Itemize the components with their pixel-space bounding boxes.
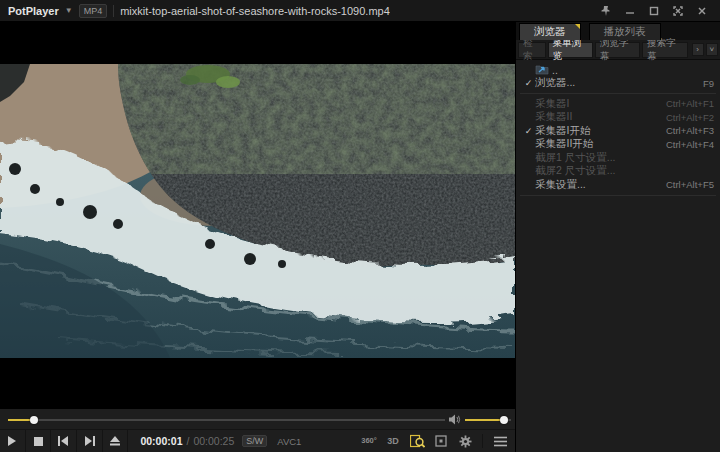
check-icon: ✓ (522, 126, 535, 136)
skip-back-icon (58, 436, 69, 446)
screen-select-icon (435, 435, 447, 447)
current-time: 00:00:01 (140, 435, 182, 447)
pin-icon[interactable] (596, 2, 616, 20)
settings-button[interactable] (455, 432, 475, 450)
title-bar: PotPlayer ▼ MP4 mixkit-top-aerial-shot-o… (0, 0, 720, 22)
tab-playlist-label: 播放列表 (604, 25, 646, 39)
menu-separator (520, 93, 716, 94)
video-display[interactable] (0, 22, 515, 408)
volume-thumb[interactable] (500, 416, 508, 424)
menu-item-label: 采集器II (535, 110, 666, 124)
decoder-badge: S/W (242, 435, 267, 447)
volume-group (449, 409, 511, 430)
menu-item-capture-device-1[interactable]: 采集器I Ctrl+Alt+F1 (516, 97, 720, 111)
menu-item-label: 截屏2 尺寸设置... (535, 164, 714, 178)
panel-tabs: 浏览器 播放列表 (516, 22, 720, 40)
menu-item-capture-1-start[interactable]: ✓ 采集器I开始 Ctrl+Alt+F3 (516, 124, 720, 138)
maximize-button[interactable] (644, 2, 664, 20)
eject-icon (110, 436, 120, 446)
seek-thumb[interactable] (30, 416, 38, 424)
3d-mode-button[interactable]: 3D (383, 432, 403, 450)
potplayer-window: PotPlayer ▼ MP4 mixkit-top-aerial-shot-o… (0, 0, 720, 452)
control-panel-menu-button[interactable] (490, 432, 510, 450)
menu-shortcut: Ctrl+Alt+F1 (666, 98, 714, 109)
codec-label: AVC1 (277, 436, 301, 447)
chevron-down-icon[interactable]: ▼ (65, 6, 73, 15)
divider (113, 5, 114, 17)
playback-controls: 00:00:01 / 00:00:25 S/W AVC1 360° 3D (0, 408, 515, 452)
gear-icon (459, 435, 472, 448)
menu-item-capture-settings[interactable]: 采集设置... Ctrl+Alt+F5 (516, 178, 720, 192)
close-button[interactable] (692, 2, 712, 20)
menu-item-label: 采集设置... (535, 178, 666, 192)
window-controls (596, 2, 720, 20)
seek-bar[interactable] (8, 419, 445, 421)
play-button[interactable] (0, 430, 26, 452)
3d-icon: 3D (387, 437, 399, 446)
stop-icon (34, 437, 43, 446)
open-file-button[interactable] (103, 430, 129, 452)
button-row: 00:00:01 / 00:00:25 S/W AVC1 360° 3D (0, 430, 515, 452)
hamburger-icon (494, 436, 507, 447)
menu-item-label: 采集器II开始 (535, 137, 666, 151)
skip-forward-icon (84, 436, 95, 446)
duration: 00:00:25 (193, 435, 234, 447)
browser-subtabs: 检索 菜单浏览 浏览字幕 搜索字幕 › ˅ (516, 40, 720, 60)
play-icon (7, 436, 17, 446)
browser-toggle-button[interactable] (407, 432, 427, 450)
menu-item-screen1-size[interactable]: 截屏1 尺寸设置... (516, 151, 720, 165)
format-badge: MP4 (79, 4, 108, 18)
video-frame-aerial-seashore (0, 64, 515, 358)
fullscreen-button[interactable] (668, 2, 688, 20)
tab-browser[interactable]: 浏览器 (519, 23, 581, 40)
menu-item-label: .. (552, 64, 714, 76)
stop-button[interactable] (26, 430, 52, 452)
menu-shortcut: Ctrl+Alt+F4 (666, 139, 714, 150)
menu-item-label: 采集器I (535, 97, 666, 111)
media-filename: mixkit-top-aerial-shot-of-seashore-with-… (120, 5, 390, 17)
divider (482, 434, 483, 448)
previous-button[interactable] (51, 430, 77, 452)
time-display: 00:00:01 / 00:00:25 S/W AVC1 (128, 430, 301, 452)
speaker-icon[interactable] (449, 414, 461, 425)
volume-fill (465, 419, 504, 421)
browser-magnifier-icon (410, 434, 425, 448)
next-button[interactable] (77, 430, 103, 452)
capture-area-button[interactable] (431, 432, 451, 450)
menu-shortcut: Ctrl+Alt+F5 (666, 179, 714, 190)
menu-item-screen2-size[interactable]: 截屏2 尺寸设置... (516, 165, 720, 179)
subtab-search-subtitles[interactable]: 搜索字幕 (642, 42, 687, 58)
menu-shortcut: Ctrl+Alt+F3 (666, 125, 714, 136)
menu-shortcut: F9 (703, 78, 714, 89)
menu-item-label: 采集器I开始 (535, 124, 666, 138)
360-icon: 360° (361, 437, 377, 445)
folder-up-icon (535, 64, 549, 75)
volume-slider[interactable] (465, 419, 511, 421)
menu-item-label: 浏览器... (535, 76, 703, 90)
subtab-more-button[interactable]: ˅ (706, 43, 718, 56)
time-separator: / (186, 435, 189, 447)
menu-item-browser[interactable]: ✓ 浏览器... F9 (516, 77, 720, 91)
browser-panel: 浏览器 播放列表 检索 菜单浏览 浏览字幕 搜索字幕 › ˅ .. (515, 22, 720, 452)
menu-item-capture-2-start[interactable]: 采集器II开始 Ctrl+Alt+F4 (516, 138, 720, 152)
subtab-browse-subtitles[interactable]: 浏览字幕 (595, 42, 640, 58)
subtab-next-button[interactable]: › (692, 43, 704, 56)
active-tab-corner-marker (575, 24, 580, 29)
right-icon-group: 360° 3D (359, 430, 515, 452)
menu-browser-list: .. ✓ 浏览器... F9 采集器I Ctrl+Alt+F1 采集器II Ct… (516, 60, 720, 196)
menu-shortcut: Ctrl+Alt+F2 (666, 112, 714, 123)
subtab-menu-browse[interactable]: 菜单浏览 (548, 42, 593, 58)
360-mode-button[interactable]: 360° (359, 432, 379, 450)
check-icon: ✓ (522, 78, 535, 88)
menu-item-parent-folder[interactable]: .. (516, 63, 720, 77)
seek-progress (8, 419, 34, 421)
app-menu-button[interactable]: PotPlayer (8, 5, 59, 17)
tab-browser-label: 浏览器 (534, 25, 566, 39)
menu-item-capture-device-2[interactable]: 采集器II Ctrl+Alt+F2 (516, 111, 720, 125)
seek-row (0, 409, 515, 430)
menu-separator (520, 195, 716, 196)
minimize-button[interactable] (620, 2, 640, 20)
title-bar-left: PotPlayer ▼ MP4 mixkit-top-aerial-shot-o… (0, 4, 596, 18)
subtab-search[interactable]: 检索 (518, 42, 546, 58)
tab-playlist[interactable]: 播放列表 (589, 23, 661, 40)
